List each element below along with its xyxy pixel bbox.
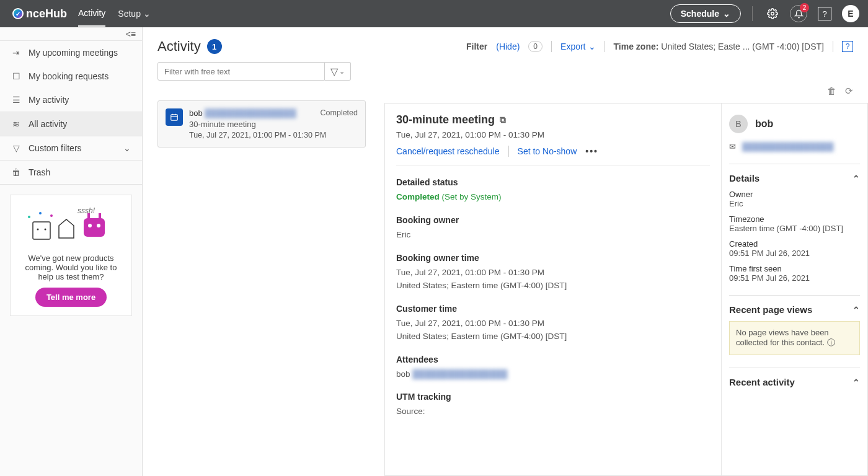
activity-status: Completed: [321, 108, 358, 118]
divider: [833, 41, 833, 52]
cancel-reschedule-link[interactable]: Cancel/request reschedule: [396, 146, 500, 156]
filter-hide-link[interactable]: (Hide): [496, 42, 520, 51]
app-shell: <≡ ⇥ My upcoming meetings ☐ My booking r…: [0, 27, 868, 476]
attendee-name: bob: [396, 369, 410, 379]
external-link-icon[interactable]: ⧉: [500, 115, 506, 125]
sidebar-item-requests[interactable]: ☐ My booking requests: [0, 64, 142, 88]
help-button[interactable]: ?: [816, 5, 833, 22]
delete-button[interactable]: 🗑: [827, 86, 836, 97]
nav-setup[interactable]: Setup ⌄: [118, 1, 151, 27]
person-icon: ☰: [11, 95, 21, 105]
check-icon: ✓: [12, 8, 24, 19]
filter-label: Filter: [466, 42, 487, 51]
chevron-down-icon: ⌄: [123, 143, 131, 153]
avatar[interactable]: E: [842, 5, 859, 22]
svg-point-6: [39, 212, 42, 214]
contact-email: ████████████████: [742, 142, 833, 151]
owner-time-heading: Booking owner time: [396, 253, 710, 263]
meeting-actions: Cancel/request reschedule Set to No-show…: [396, 146, 710, 166]
brand-logo[interactable]: ✓ nceHub: [12, 7, 67, 20]
activity-subject: 30-minute meeting: [189, 120, 358, 129]
details-section-toggle[interactable]: Details ⌃: [729, 173, 860, 183]
owner-label: Owner: [729, 190, 860, 199]
svg-rect-12: [171, 115, 178, 120]
chevron-up-icon: ⌃: [852, 305, 860, 315]
filter-dropdown-button[interactable]: ▽ ⌄: [325, 62, 351, 81]
svg-rect-11: [99, 213, 101, 218]
status-setby: (Set by System): [442, 192, 502, 201]
timezone-label: Timezone: [729, 214, 860, 224]
sidebar-item-all-activity[interactable]: ≋ All activity: [0, 112, 142, 136]
sidebar-promo: sssh! We've got new products coming. Wou…: [10, 195, 132, 316]
meeting-time: Tue, Jul 27, 2021, 01:00 PM - 01:30 PM: [396, 130, 710, 139]
customer-time-heading: Customer time: [396, 304, 710, 314]
sidebar-item-upcoming[interactable]: ⇥ My upcoming meetings: [0, 41, 142, 64]
help-icon[interactable]: ?: [842, 41, 853, 52]
filter-input[interactable]: [157, 62, 325, 81]
customer-time-line1: Tue, Jul 27, 2021, 01:00 PM - 01:30 PM: [396, 317, 710, 330]
sidebar-item-label: All activity: [29, 119, 67, 129]
details-heading: Details: [729, 173, 760, 183]
activity-contact-email: ████████████████: [205, 108, 296, 118]
utm-heading: UTM tracking: [396, 392, 710, 402]
created-label: Created: [729, 239, 860, 249]
svg-rect-10: [87, 213, 90, 218]
sidebar-item-trash[interactable]: 🗑 Trash: [0, 161, 142, 184]
export-label: Export: [560, 42, 585, 51]
details-section: Details ⌃ OwnerEric TimezoneEastern time…: [729, 164, 860, 283]
chevron-down-icon: ⌄: [723, 9, 730, 19]
contact-header: B bob: [729, 115, 860, 133]
sidebar-collapse-toggle[interactable]: <≡: [0, 27, 142, 41]
trash-icon: 🗑: [11, 167, 21, 177]
divider: [508, 146, 509, 157]
page-title: Activity: [157, 38, 201, 55]
activity-contact-name: bob: [189, 108, 203, 118]
envelope-icon: ✉: [729, 142, 736, 151]
top-icons: 2 ? E: [764, 5, 859, 22]
sidebar: <≡ ⇥ My upcoming meetings ☐ My booking r…: [0, 27, 143, 476]
sidebar-item-myactivity[interactable]: ☰ My activity: [0, 88, 142, 112]
promo-illustration: sssh!: [19, 204, 123, 249]
nav-activity[interactable]: Activity: [78, 1, 105, 27]
header-tools: Filter (Hide) 0 Export ⌄ Time zone: Unit…: [466, 41, 853, 52]
brand-text: nceHub: [26, 7, 67, 20]
activity-list-item[interactable]: bob ████████████████ Completed 30-minute…: [157, 100, 366, 148]
sidebar-item-label: My upcoming meetings: [29, 48, 118, 58]
contact-name: bob: [755, 118, 773, 130]
pageviews-section-toggle[interactable]: Recent page views ⌃: [729, 304, 860, 315]
sidebar-item-label: Custom filters: [29, 143, 82, 153]
refresh-button[interactable]: ⟳: [845, 86, 853, 97]
attendee-email: ████████████████: [412, 369, 507, 379]
content-split: bob ████████████████ Completed 30-minute…: [143, 100, 868, 476]
main: Activity 1 Filter (Hide) 0 Export ⌄ Time…: [143, 27, 868, 476]
owner-heading: Booking owner: [396, 215, 710, 225]
sidebar-item-custom-filters[interactable]: ▽ Custom filters ⌄: [0, 136, 142, 160]
chevron-up-icon: ⌃: [852, 174, 860, 183]
info-icon[interactable]: ⓘ: [827, 338, 835, 347]
recent-activity-section-toggle[interactable]: Recent activity ⌃: [729, 377, 860, 387]
svg-point-4: [28, 216, 30, 218]
set-noshow-link[interactable]: Set to No-show: [518, 146, 577, 156]
recent-activity-heading: Recent activity: [729, 377, 795, 387]
more-actions-button[interactable]: •••: [585, 146, 598, 156]
detail-main: 30-minute meeting ⧉ Tue, Jul 27, 2021, 0…: [385, 104, 721, 475]
status-value: Completed: [396, 192, 440, 201]
notification-badge: 2: [800, 3, 809, 12]
svg-rect-7: [84, 218, 105, 237]
gear-icon[interactable]: [764, 5, 781, 22]
calendar-icon: [166, 108, 183, 126]
export-button[interactable]: Export ⌄: [560, 42, 595, 51]
chevron-down-icon: ⌄: [339, 68, 345, 76]
svg-point-0: [771, 12, 774, 15]
page-header: Activity 1 Filter (Hide) 0 Export ⌄ Time…: [143, 27, 868, 62]
schedule-button[interactable]: Schedule ⌄: [670, 4, 741, 23]
topbar: ✓ nceHub Activity Setup ⌄ Schedule ⌄ 2 ?…: [0, 0, 868, 27]
schedule-label: Schedule: [681, 9, 719, 19]
notifications-button[interactable]: 2: [790, 5, 807, 22]
created-value: 09:51 PM Jul 26, 2021: [729, 249, 860, 258]
divider: [551, 41, 552, 52]
promo-button[interactable]: Tell me more: [35, 288, 107, 307]
meeting-title: 30-minute meeting: [396, 113, 495, 126]
divider: [604, 41, 605, 52]
sidebar-item-label: My booking requests: [29, 71, 108, 81]
